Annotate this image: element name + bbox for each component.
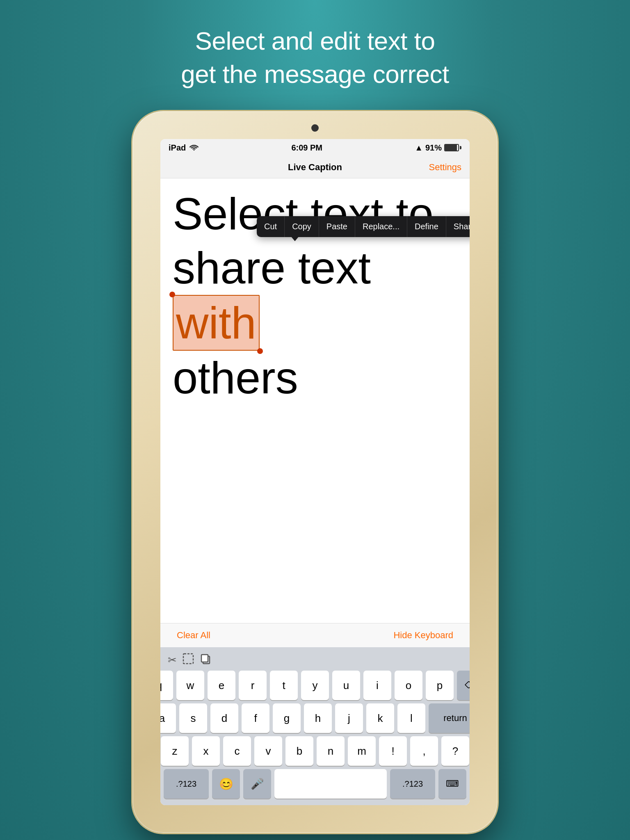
text-line3: others — [173, 352, 298, 403]
time-display: 6:09 PM — [291, 143, 322, 153]
keyboard-row1: q w e r t y u i o p ⌫ — [164, 671, 466, 700]
clear-all-button[interactable]: Clear All — [177, 630, 210, 641]
key-l[interactable]: l — [397, 703, 425, 733]
device-label: iPad — [169, 143, 186, 153]
key-t[interactable]: t — [270, 671, 298, 700]
hide-keyboard-button[interactable]: Hide Keyboard — [393, 630, 453, 641]
context-paste[interactable]: Paste — [319, 216, 355, 237]
context-define[interactable]: Define — [407, 216, 446, 237]
key-k[interactable]: k — [366, 703, 394, 733]
key-numbers-right[interactable]: .?123 — [390, 769, 435, 799]
selected-word[interactable]: with — [173, 295, 260, 351]
key-z[interactable]: z — [161, 736, 189, 766]
context-copy[interactable]: Copy — [285, 216, 319, 237]
key-a[interactable]: a — [160, 703, 176, 733]
key-exclamation[interactable]: ! — [379, 736, 407, 766]
key-emoji[interactable]: 😊 — [212, 769, 240, 799]
key-n[interactable]: n — [317, 736, 345, 766]
key-j[interactable]: j — [335, 703, 363, 733]
key-w[interactable]: w — [176, 671, 204, 700]
key-y[interactable]: y — [301, 671, 329, 700]
key-keyboard[interactable]: ⌨ — [438, 769, 466, 799]
key-c[interactable]: c — [223, 736, 251, 766]
keyboard: ✂ — [160, 647, 470, 805]
key-x[interactable]: x — [192, 736, 220, 766]
key-g[interactable]: g — [273, 703, 301, 733]
key-e[interactable]: e — [208, 671, 235, 700]
nav-title: Live Caption — [288, 162, 342, 173]
key-d[interactable]: d — [210, 703, 238, 733]
key-h[interactable]: h — [304, 703, 332, 733]
battery-percent: 91% — [425, 143, 442, 153]
nav-bar: Live Caption Settings — [160, 156, 470, 178]
copy-icon[interactable] — [200, 653, 211, 667]
status-right: ▲ 91% — [415, 143, 461, 153]
key-b[interactable]: b — [285, 736, 313, 766]
key-o[interactable]: o — [395, 671, 422, 700]
key-f[interactable]: f — [242, 703, 269, 733]
location-icon: ▲ — [415, 143, 423, 153]
key-i[interactable]: i — [363, 671, 391, 700]
status-left: iPad — [169, 143, 199, 153]
context-share[interactable]: Share... — [446, 216, 470, 237]
settings-button[interactable]: Settings — [429, 162, 462, 173]
battery-indicator — [444, 144, 461, 151]
context-replace[interactable]: Replace... — [355, 216, 407, 237]
top-headline: Select and edit text toget the message c… — [181, 25, 449, 91]
menu-arrow — [291, 236, 299, 241]
keyboard-row-bottom: .?123 😊 🎤 .?123 ⌨ — [164, 769, 466, 799]
key-question[interactable]: ? — [441, 736, 469, 766]
key-numbers[interactable]: .?123 — [164, 769, 209, 799]
svg-point-0 — [194, 149, 195, 151]
wifi-icon — [189, 143, 199, 153]
key-comma[interactable]: , — [410, 736, 438, 766]
keyboard-row2: a s d f g h j k l return — [164, 703, 466, 733]
select-icon[interactable] — [183, 653, 194, 667]
scissors-icon[interactable]: ✂ — [168, 654, 177, 667]
key-space[interactable] — [274, 769, 387, 799]
selection-handle-bottom[interactable] — [257, 348, 263, 354]
key-return[interactable]: return — [429, 703, 470, 733]
context-cut[interactable]: Cut — [257, 216, 285, 237]
camera — [311, 124, 319, 132]
selection-handle-top[interactable] — [169, 292, 175, 297]
screen: iPad 6:09 PM ▲ 91% — [160, 139, 470, 805]
key-u[interactable]: u — [332, 671, 360, 700]
key-s[interactable]: s — [179, 703, 207, 733]
svg-rect-3 — [201, 655, 208, 662]
status-bar: iPad 6:09 PM ▲ 91% — [160, 139, 470, 156]
content-area: Cut Copy Paste Replace... Define Share..… — [160, 178, 470, 623]
keyboard-row3: ⇧ z x c v b n m ! , ? ⇧ — [164, 736, 466, 766]
key-p[interactable]: p — [426, 671, 454, 700]
key-mic[interactable]: 🎤 — [243, 769, 271, 799]
device-frame: iPad 6:09 PM ▲ 91% — [132, 111, 498, 833]
key-m[interactable]: m — [348, 736, 376, 766]
key-delete[interactable]: ⌫ — [457, 671, 470, 700]
key-q[interactable]: q — [160, 671, 173, 700]
keyboard-toolbar: ✂ — [164, 651, 466, 671]
context-menu: Cut Copy Paste Replace... Define Share..… — [257, 216, 470, 237]
svg-rect-1 — [183, 654, 193, 664]
key-r[interactable]: r — [239, 671, 267, 700]
bottom-toolbar: Clear All Hide Keyboard — [160, 623, 470, 647]
key-v[interactable]: v — [254, 736, 282, 766]
text-line2: share text with — [173, 242, 371, 348]
